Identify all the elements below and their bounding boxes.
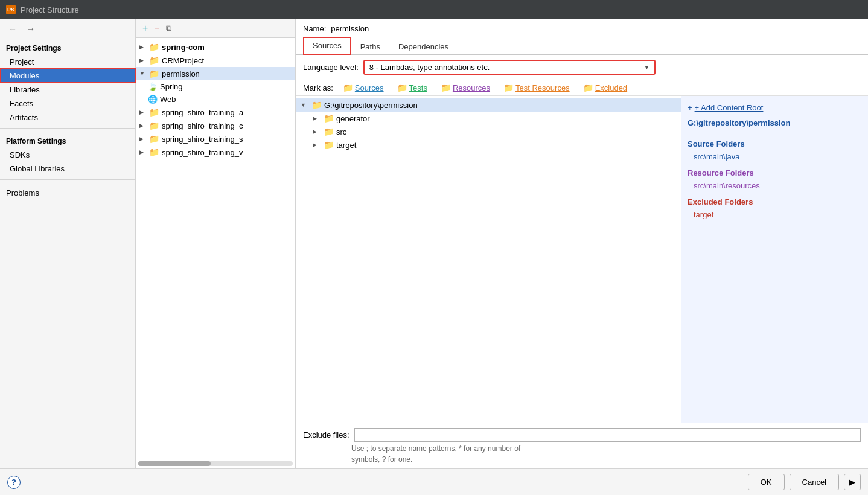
tab-sources[interactable]: Sources <box>303 37 351 55</box>
tree-item-label: spring_shiro_training_a <box>162 108 243 117</box>
sidebar-item-problems[interactable]: Problems <box>0 184 135 200</box>
back-arrow[interactable]: ← <box>6 23 19 35</box>
chevron-icon: ▶ <box>139 149 147 155</box>
mark-resources-badge[interactable]: 📁 Resources <box>437 82 494 93</box>
platform-settings-label: Platform Settings <box>0 132 135 148</box>
chevron-icon: ▶ <box>139 57 147 63</box>
copy-module-button[interactable]: ⧉ <box>164 23 173 34</box>
tree-item-spring-com[interactable]: ▶ 📁 spring-com <box>136 40 295 54</box>
chevron-icon: ▶ <box>139 123 147 129</box>
module-tree-items: ▶ 📁 spring-com ▶ 📁 CRMProject ▼ 📁 permis… <box>136 38 295 461</box>
tree-item-shiro-v[interactable]: ▶ 📁 spring_shiro_training_v <box>136 145 295 159</box>
folder-icon: 📁 <box>149 107 159 117</box>
nav-arrows: ← → <box>0 19 135 39</box>
tree-item-permission[interactable]: ▼ 📁 permission <box>136 67 295 80</box>
testresources-folder-icon: 📁 <box>503 83 514 92</box>
tab-dependencies[interactable]: Dependencies <box>389 39 458 54</box>
more-button[interactable]: ▶ <box>844 474 861 490</box>
file-item-root[interactable]: ▼ 📁 G:\gitrepository\permission <box>296 98 681 112</box>
folder-icon: 📁 <box>149 56 159 65</box>
target-folder-icon: 📁 <box>324 140 334 150</box>
exclude-section: Exclude files: Use ; to separate name pa… <box>296 423 868 468</box>
add-icon: + <box>688 103 692 112</box>
resources-folder-icon: 📁 <box>441 83 451 92</box>
src-folder-icon: 📁 <box>324 127 334 136</box>
chevron-icon: ▶ <box>139 136 147 142</box>
exclude-files-input[interactable] <box>354 428 861 442</box>
tab-paths[interactable]: Paths <box>351 39 389 54</box>
chevron-icon: ▶ <box>313 115 321 121</box>
excluded-folders-label: Excluded Folders <box>688 197 862 206</box>
tree-item-crmproject[interactable]: ▶ 📁 CRMProject <box>136 54 295 67</box>
mark-as-label: Mark as: <box>303 83 333 92</box>
sidebar-item-global-libraries[interactable]: Global Libraries <box>0 162 135 176</box>
folder-icon: 📁 <box>149 69 159 78</box>
language-level-label: Language level: <box>303 63 359 72</box>
tabs-row: Sources Paths Dependencies <box>296 37 868 55</box>
add-content-root-button[interactable]: + + Add Content Root <box>688 103 862 112</box>
file-item-src[interactable]: ▶ 📁 src <box>296 125 681 138</box>
mark-sources-badge[interactable]: 📁 Sources <box>339 82 388 93</box>
tests-folder-icon: 📁 <box>397 83 407 92</box>
tree-item-shiro-c[interactable]: ▶ 📁 spring_shiro_training_c <box>136 119 295 132</box>
forward-arrow[interactable]: → <box>24 23 37 35</box>
folder-icon: 📁 <box>149 134 159 144</box>
ok-button[interactable]: OK <box>748 474 785 490</box>
remove-module-button[interactable]: − <box>152 22 161 34</box>
main-panel: Name: permission Sources Paths Dependenc… <box>296 19 868 468</box>
file-tree: ▼ 📁 G:\gitrepository\permission ▶ 📁 gene… <box>296 96 681 423</box>
sidebar-item-sdks[interactable]: SDKs <box>0 148 135 162</box>
module-name-value: permission <box>331 24 369 33</box>
dialog-body: ← → Project Settings Project Modules Lib… <box>0 19 868 468</box>
sidebar-item-facets[interactable]: Facets <box>0 97 135 110</box>
source-folder-path: src\main\java <box>688 152 862 161</box>
tree-horizontal-scrollbar[interactable] <box>138 461 293 466</box>
folder-icon: 📁 <box>149 121 159 130</box>
chevron-icon: ▶ <box>139 109 147 115</box>
bottom-bar: ? OK Cancel ▶ <box>0 468 868 495</box>
tree-item-label: spring_shiro_training_c <box>162 121 243 130</box>
folder-icon: 📁 <box>149 42 159 52</box>
tree-toolbar: + − ⧉ <box>136 19 295 38</box>
language-level-row: Language level: 1 - No new language feat… <box>296 55 868 80</box>
module-tree-panel: + − ⧉ ▶ 📁 spring-com ▶ 📁 CRMProject ▼ 📁 … <box>136 19 296 468</box>
sources-folder-icon: 📁 <box>343 83 353 92</box>
file-item-target[interactable]: ▶ 📁 target <box>296 138 681 152</box>
sidebar-divider <box>0 128 135 129</box>
tree-item-label: CRMProject <box>162 56 204 65</box>
help-button[interactable]: ? <box>7 476 21 489</box>
file-item-generator[interactable]: ▶ 📁 generator <box>296 112 681 125</box>
spring-leaf-icon: 🍃 <box>148 82 158 91</box>
sidebar-item-libraries[interactable]: Libraries <box>0 83 135 97</box>
resource-folders-label: Resource Folders <box>688 168 862 177</box>
root-path-label: G:\gitrepository\permission <box>688 118 862 127</box>
language-level-select-container: 1 - No new language features 2 - Inner c… <box>365 61 654 74</box>
exclude-hint-1: Use ; to separate name patterns, * for a… <box>303 444 861 453</box>
resource-folder-path: src\main\resources <box>688 181 862 190</box>
mark-tests-badge[interactable]: 📁 Tests <box>394 82 431 93</box>
exclude-row: Exclude files: <box>303 428 861 442</box>
file-item-label: src <box>336 127 346 136</box>
sidebar-item-modules[interactable]: Modules <box>0 69 135 83</box>
language-level-select[interactable]: 1 - No new language features 2 - Inner c… <box>365 61 654 74</box>
cancel-button[interactable]: Cancel <box>790 474 839 490</box>
add-module-button[interactable]: + <box>141 22 150 34</box>
tree-item-label: permission <box>162 69 200 78</box>
sidebar-divider2 <box>0 179 135 180</box>
exclude-hint-2: symbols, ? for one. <box>303 455 861 464</box>
mark-testresources-badge[interactable]: 📁 Test Resources <box>500 82 573 93</box>
tree-item-web[interactable]: 🌐 Web <box>136 93 295 106</box>
sidebar-item-project[interactable]: Project <box>0 55 135 69</box>
name-label: Name: <box>303 24 326 33</box>
mark-as-row: Mark as: 📁 Sources 📁 Tests 📁 Resources 📁… <box>296 80 868 95</box>
tree-item-spring[interactable]: 🍃 Spring <box>136 80 295 93</box>
tree-item-label: Web <box>160 95 176 104</box>
tree-item-shiro-a[interactable]: ▶ 📁 spring_shiro_training_a <box>136 106 295 119</box>
mark-excluded-badge[interactable]: 📁 Excluded <box>579 82 631 93</box>
tree-item-shiro-s[interactable]: ▶ 📁 spring_shiro_training_s <box>136 132 295 145</box>
chevron-icon: ▶ <box>313 129 321 135</box>
excluded-folder-icon: 📁 <box>583 83 593 92</box>
content-area: ▼ 📁 G:\gitrepository\permission ▶ 📁 gene… <box>296 95 868 423</box>
exclude-files-label: Exclude files: <box>303 430 349 439</box>
sidebar-item-artifacts[interactable]: Artifacts <box>0 110 135 124</box>
